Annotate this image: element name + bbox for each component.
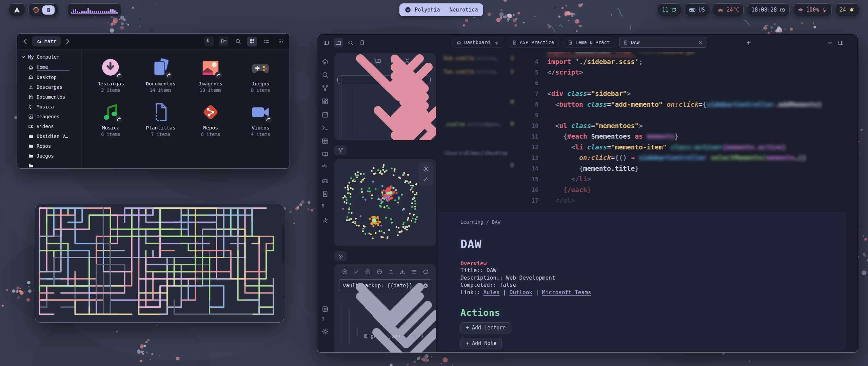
search-icon — [235, 38, 241, 44]
sidebar-item-obsidian-v-[interactable]: Obsidian V… — [17, 131, 81, 141]
big-games — [250, 58, 271, 79]
code-token: = — [591, 122, 595, 130]
folder-count: 10 items — [200, 87, 222, 93]
view-compact-button[interactable] — [276, 37, 285, 46]
code-token: < — [547, 90, 551, 98]
folder-descargas[interactable]: Descargas2 items — [86, 58, 136, 93]
folder-plantillas[interactable]: Plantillas7 items — [136, 102, 185, 137]
updates-widget[interactable]: 11 — [658, 3, 682, 16]
ribbon-dollar-button[interactable]: $ — [321, 203, 329, 211]
sidebar-item-videos[interactable]: Videos — [17, 121, 81, 131]
workspaces[interactable] — [28, 3, 58, 16]
note-breadcrumb: Learning / DAW — [460, 219, 827, 225]
search-button[interactable] — [233, 37, 243, 46]
code-line: 11 {#each $mementoes as memento} — [524, 131, 846, 142]
folder-videos[interactable]: Videos4 items — [236, 102, 285, 137]
view-compact-icon — [278, 38, 284, 44]
file-manager-toolbar[interactable]: matt $_ — [17, 34, 290, 49]
vscode-file-path: src\co… — [477, 69, 498, 75]
active-workspace-pill[interactable] — [42, 5, 55, 15]
volume-widget[interactable]: 100% — [793, 3, 832, 16]
tab-asp-practice-6[interactable]: ASP Practice 6 — [508, 37, 559, 48]
git-row-learning-daw-exams[interactable]: Learning/DAW/Exams — [334, 341, 436, 350]
search-tab-button[interactable] — [346, 38, 355, 47]
code-token: </ — [547, 175, 579, 183]
file-manager-body: My Computer HomeDesktopDescargasDocument… — [17, 49, 290, 169]
obsidian-tab-bar: DashboardASP Practice 6Tema 6 Prácticas … — [317, 34, 858, 51]
ribbon-search-button[interactable] — [321, 71, 329, 79]
view-grid-button[interactable] — [247, 37, 257, 46]
graph-settings-button[interactable] — [423, 166, 429, 172]
folder-musica[interactable]: Musica6 items — [86, 102, 136, 137]
new-folder-button[interactable] — [219, 37, 229, 46]
tab-daw[interactable]: DAW — [619, 37, 707, 48]
rainbow-icon — [717, 6, 724, 13]
toggle-left-sidebar-button[interactable] — [321, 38, 331, 47]
folder-repos[interactable]: Repos6 items — [186, 102, 236, 137]
sidebar-item-descargas[interactable]: Descargas — [17, 82, 81, 92]
sidebar-item-home[interactable]: Home — [17, 62, 81, 72]
bookmarks-tab-button[interactable] — [357, 38, 367, 47]
ribbon-calendar-button[interactable] — [321, 111, 329, 118]
ribbon-doc-search-button[interactable] — [321, 190, 329, 198]
code-line: 8 <button class="add-memento" on:click={… — [524, 99, 846, 110]
breadcrumb[interactable]: matt — [32, 36, 61, 46]
action-button--add-lecture[interactable]: + Add Lecture — [460, 322, 511, 333]
code-token: as — [635, 133, 647, 140]
files-tab-button[interactable] — [334, 38, 343, 47]
tab-list-button[interactable] — [825, 38, 835, 47]
ribbon-help-button[interactable]: ? — [321, 317, 329, 324]
action-button--add-note[interactable]: + Add Note — [460, 338, 502, 349]
media-widget[interactable]: Polyphia - Neurotica — [399, 3, 483, 16]
toggle-right-sidebar-button[interactable] — [836, 38, 846, 47]
back-button[interactable] — [21, 37, 30, 46]
sidebar-item-repos[interactable]: Repos — [17, 141, 81, 151]
tab-dashboard[interactable]: Dashboard — [452, 37, 503, 48]
ribbon-book-button[interactable] — [321, 150, 329, 158]
ribbon-dice-button[interactable] — [321, 305, 329, 313]
sidebar-item-juegos[interactable]: Juegos — [17, 151, 81, 161]
ribbon-tools-button[interactable] — [321, 217, 329, 224]
open-terminal-button[interactable]: $_ — [204, 37, 214, 46]
ribbon-gear-button[interactable] — [321, 328, 329, 335]
ribbon-gamepad-button[interactable] — [321, 177, 329, 184]
folder-imagenes[interactable]: Imagenes10 items — [186, 58, 236, 93]
git-view-tab-button[interactable] — [334, 145, 347, 155]
link-microsoft-teams[interactable]: Microsoft Teams — [542, 289, 591, 296]
sidebar-item-documentos[interactable]: Documentos — [17, 92, 81, 102]
link-outlook[interactable]: Outlook — [510, 289, 532, 296]
firefox-workspace-icon[interactable] — [32, 6, 40, 14]
sidebar-header[interactable]: My Computer — [17, 53, 81, 62]
folder-fill-icon — [28, 153, 34, 159]
sidebar-item-imagenes[interactable]: Imagenes — [17, 111, 81, 121]
keyboard-layout-widget[interactable]: US — [685, 3, 709, 16]
graph-filter-button[interactable] — [423, 176, 429, 182]
sidebar-item-musica[interactable]: ♫Musica — [17, 102, 81, 111]
sidebar-items: HomeDesktopDescargasDocumentos♫MusicaIma… — [17, 62, 81, 169]
tab-tema-6-pr-cticas-[interactable]: Tema 6 Prácticas -… — [564, 37, 614, 48]
ribbon-terminal-button[interactable] — [321, 124, 329, 131]
launcher-button[interactable] — [9, 3, 25, 16]
sidebar-item-hidden[interactable] — [17, 161, 81, 169]
link-aules[interactable]: Aules — [483, 289, 499, 296]
close-tab-icon[interactable] — [698, 40, 703, 45]
forward-button[interactable] — [63, 37, 72, 46]
view-grid-icon — [249, 38, 255, 44]
ribbon-home-button[interactable] — [321, 58, 329, 65]
sidebar-item-desktop[interactable]: Desktop — [17, 72, 81, 82]
folder-juegos[interactable]: Juegos8 items — [236, 58, 285, 93]
view-list-button[interactable] — [261, 37, 271, 46]
new-tab-button[interactable] — [744, 38, 753, 47]
folder-documentos[interactable]: Documentos14 items — [136, 58, 185, 93]
folder-count: 8 items — [251, 87, 270, 93]
clock-widget[interactable]: 18:08:28 — [747, 3, 790, 16]
ribbon-fork-button[interactable] — [321, 84, 329, 92]
code-token: on:click — [667, 101, 698, 108]
tab-label: DAW — [631, 40, 695, 45]
notifications-widget[interactable]: 24 — [835, 3, 859, 16]
history-tab-button[interactable] — [334, 251, 347, 261]
weather-widget[interactable]: 24°C — [713, 3, 744, 16]
ribbon-table-button[interactable] — [321, 137, 329, 145]
ribbon-code-percent-button[interactable]: <% — [321, 164, 329, 171]
ribbon-layout-grid-button[interactable] — [321, 98, 329, 105]
